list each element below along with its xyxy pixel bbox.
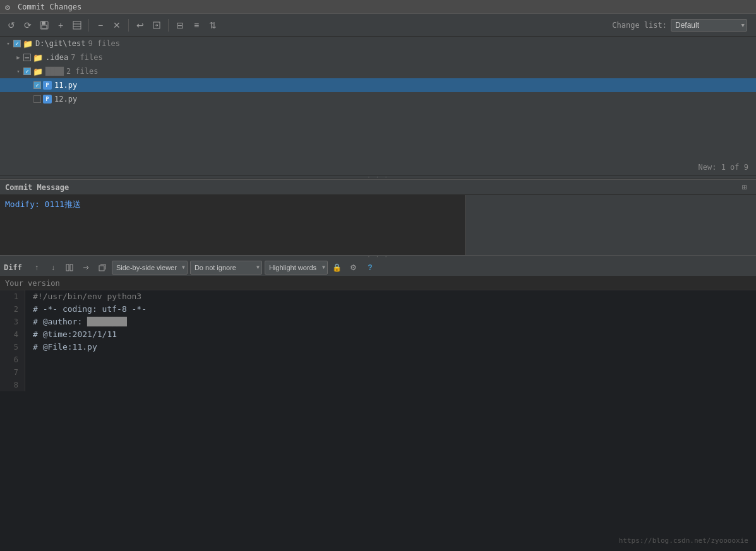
checkbox-empty-12py <box>33 95 41 103</box>
svg-rect-7 <box>66 264 69 271</box>
main-content: ▾ ✓ 📁 D:\git\test 9 files ▶ − 📁 .idea 7 … <box>0 37 756 551</box>
commit-panel-header: Commit Message ⊞ <box>0 180 756 195</box>
highlight-select[interactable]: Highlight words Highlight chars No highl… <box>265 261 328 275</box>
update-button[interactable]: ⟳ <box>20 18 35 33</box>
line-content-6 <box>25 353 33 366</box>
checkbox-checked-src: ✓ <box>23 68 31 75</box>
line-num-8: 8 <box>0 379 25 391</box>
checkbox-checked-root: ✓ <box>13 40 21 47</box>
checkbox-partial-idea: − <box>23 54 31 61</box>
tree-checkbox-11py[interactable]: ✓ <box>33 81 42 90</box>
diff-panel: Diff ↑ ↓ <box>0 259 756 551</box>
line-content-2: # -*- coding: utf-8 -*- <box>25 303 147 316</box>
tree-count-src: 2 files <box>66 67 99 76</box>
svg-rect-9 <box>99 266 104 271</box>
tree-checkbox-src[interactable]: ✓ <box>23 67 32 76</box>
sort-button[interactable]: ⇅ <box>205 18 220 33</box>
tree-count-idea: 7 files <box>71 53 103 62</box>
save-button[interactable] <box>37 18 52 33</box>
tree-label-idea: .idea <box>45 53 68 62</box>
tree-arrow-idea: ▶ <box>14 53 23 62</box>
title-bar: ⚙ Commit Changes <box>0 0 756 14</box>
separator-2 <box>128 19 129 32</box>
app-icon: ⚙ <box>5 3 14 11</box>
expand-right-button[interactable] <box>79 261 93 275</box>
line-num-4: 4 <box>0 328 25 341</box>
tree-arrow-root: ▾ <box>4 39 13 48</box>
diff-settings-button[interactable] <box>69 18 85 33</box>
viewer-select[interactable]: Side-by-side viewer Unified viewer <box>112 261 188 275</box>
tree-checkbox-root[interactable]: ✓ <box>13 39 21 48</box>
svg-rect-8 <box>70 264 73 271</box>
line-content-5: # @File:11.py <box>25 341 97 353</box>
next-diff-button[interactable]: ↓ <box>46 261 60 275</box>
commit-panel: Commit Message ⊞ Modify: 0111推送 <box>0 179 756 255</box>
changelist-select[interactable]: Default Unversioned Files <box>671 19 747 32</box>
group-button[interactable]: ≡ <box>189 18 204 33</box>
watermark: https://blog.csdn.net/zyooooxie <box>619 536 748 545</box>
ignore-select[interactable]: Do not ignore Ignore whitespace <box>190 261 262 275</box>
diff-your-version: Your version <box>0 276 756 290</box>
tree-count-root: 9 files <box>88 39 120 48</box>
commit-panel-expand-btn[interactable]: ⊞ <box>738 181 751 194</box>
checkbox-checked-11py: ✓ <box>33 81 41 89</box>
tree-label-12py: 12.py <box>54 95 77 104</box>
separator-1 <box>88 19 89 32</box>
code-line-5: 5 # @File:11.py <box>0 341 756 353</box>
commit-textarea[interactable]: Modify: 0111推送 <box>5 199 460 251</box>
commit-message-area: Modify: 0111推送 <box>0 195 756 255</box>
tree-item-src[interactable]: ▾ ✓ 📁 ████ 2 files <box>0 64 756 78</box>
your-version-label: Your version <box>5 279 60 288</box>
folder-icon-src: 📁 <box>33 67 43 76</box>
line-num-3: 3 <box>0 316 25 328</box>
code-line-7: 7 <box>0 366 756 379</box>
prev-diff-button[interactable]: ↑ <box>30 261 44 275</box>
changelist-label: Change list: <box>612 21 667 30</box>
tree-arrow-src: ▾ <box>14 67 23 76</box>
file-tree-panel: ▾ ✓ 📁 D:\git\test 9 files ▶ − 📁 .idea 7 … <box>0 37 756 175</box>
highlight-dropdown-wrapper: Highlight words Highlight chars No highl… <box>265 261 328 275</box>
changelist-area: Change list: Default Unversioned Files <box>612 19 747 32</box>
folder-icon-idea: 📁 <box>33 53 43 62</box>
line-num-2: 2 <box>0 303 25 316</box>
delete-button[interactable]: ✕ <box>109 18 124 33</box>
changelist-wrapper: Default Unversioned Files <box>671 19 747 32</box>
lock-button[interactable]: 🔒 <box>330 261 344 275</box>
commit-side-panel <box>465 195 756 255</box>
line-num-6: 6 <box>0 353 25 366</box>
add-button[interactable]: + <box>53 18 68 33</box>
expand-button[interactable]: ⊟ <box>172 18 188 33</box>
tree-label-src: ████ <box>45 67 64 76</box>
line-num-1: 1 <box>0 290 25 303</box>
tree-item-11py[interactable]: ✓ P 11.py <box>0 78 756 92</box>
expand-left-button[interactable] <box>63 261 76 275</box>
diff-gear-button[interactable]: ⚙ <box>347 261 361 275</box>
diff-panel-title: Diff <box>4 263 22 272</box>
code-line-1: 1 #!/usr/bin/env python3 <box>0 290 756 303</box>
svg-rect-3 <box>73 21 81 29</box>
tree-label-root: D:\git\test <box>35 39 85 48</box>
tree-item-idea[interactable]: ▶ − 📁 .idea 7 files <box>0 50 756 64</box>
code-viewer[interactable]: 1 #!/usr/bin/env python3 2 # -*- coding:… <box>0 290 756 551</box>
diff-help-button[interactable]: ? <box>363 261 377 275</box>
new-counter: New: 1 of 9 <box>699 163 748 172</box>
diff-copy-button[interactable] <box>95 261 109 275</box>
rollback-button[interactable]: ↩ <box>133 18 148 33</box>
refresh-button[interactable]: ↺ <box>4 18 19 33</box>
main-toolbar: ↺ ⟳ + − ✕ ↩ ⊟ ≡ ⇅ Change list: Default <box>0 14 756 37</box>
commit-textarea-wrapper: Modify: 0111推送 <box>0 195 465 255</box>
line-content-4: # @time:2021/1/11 <box>25 328 117 341</box>
ignore-dropdown-wrapper: Do not ignore Ignore whitespace <box>190 261 262 275</box>
line-num-7: 7 <box>0 366 25 379</box>
tree-checkbox-idea[interactable]: − <box>23 53 32 62</box>
shelve-button[interactable] <box>149 18 164 33</box>
py-icon-12py: P <box>43 95 52 104</box>
code-line-3: 3 # @author: ████████ <box>0 316 756 328</box>
tree-label-11py: 11.py <box>54 81 77 90</box>
tree-checkbox-12py[interactable] <box>33 95 42 104</box>
remove-button[interactable]: − <box>93 18 108 33</box>
svg-rect-2 <box>42 25 47 28</box>
separator-3 <box>168 19 169 32</box>
tree-item-12py[interactable]: P 12.py <box>0 92 756 106</box>
tree-item-root[interactable]: ▾ ✓ 📁 D:\git\test 9 files <box>0 37 756 50</box>
